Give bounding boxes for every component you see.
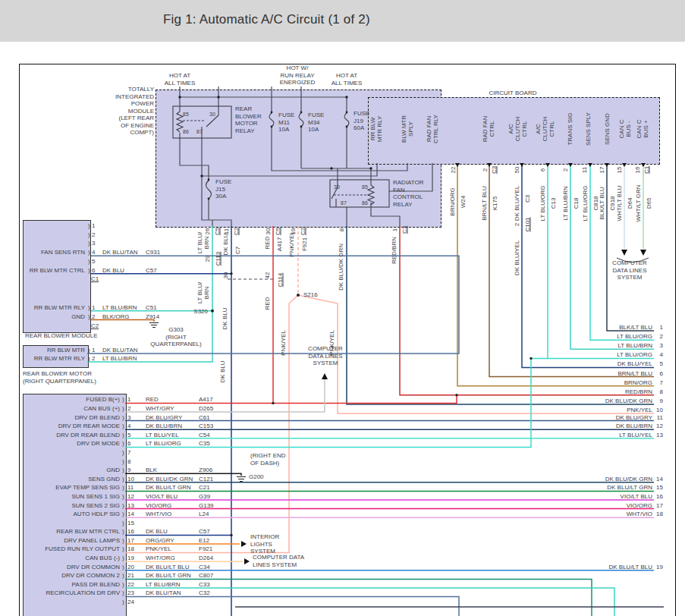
wire-annotation: BRN/ORG bbox=[449, 187, 456, 215]
circuit-code: E12 bbox=[199, 537, 209, 544]
diagram-label: COMPUTER DATA LINES SYSTEM bbox=[253, 554, 304, 568]
pin-function-label: PASS DR BLEND bbox=[23, 581, 120, 588]
diagram-label: HOT AT ALL TIMES bbox=[165, 72, 195, 86]
wire-annotation: 6 bbox=[539, 168, 546, 171]
wire-annotation: C3 bbox=[401, 226, 408, 234]
wire-blk-org-z914 bbox=[91, 320, 154, 322]
terminal-number: 6 bbox=[660, 370, 663, 377]
pin-bracket-icon bbox=[88, 313, 90, 320]
wire-color-label: BRN/ORG bbox=[531, 379, 652, 386]
terminal-number: 2 bbox=[660, 333, 663, 340]
circuit-code: C54 bbox=[199, 432, 210, 438]
pin-bracket-icon bbox=[122, 572, 124, 579]
diagram-label: FUSE M11 10A bbox=[278, 112, 294, 134]
pin-row: DRV DR MODE 6 LT BLU/ORG C35 bbox=[23, 438, 258, 448]
cb-pin-label: CAN C BUS - bbox=[618, 120, 632, 139]
terminal-number: 17 bbox=[656, 502, 663, 509]
pin-row: 1 bbox=[23, 220, 228, 229]
diagram-label: 30 bbox=[334, 184, 340, 191]
terminal-row: RED/BRN 8 bbox=[531, 386, 655, 395]
circuit-code: D265 bbox=[199, 405, 213, 412]
pin-function-label: SENS GND bbox=[23, 476, 120, 482]
wire-annotation: W24 bbox=[460, 196, 467, 208]
rear-blower-module-c1-rows: 1 2 3 FAN SENS RTN 4 DK BLU/TAN C931 bbox=[23, 220, 228, 274]
terminal-number: 13 bbox=[656, 432, 663, 438]
circuit-code: A417 bbox=[199, 396, 213, 403]
diagram-label: 30 bbox=[209, 111, 215, 118]
pin-function-label: CAN BUS (+) bbox=[23, 405, 120, 412]
wire-annotation: RED/BRN bbox=[391, 237, 397, 264]
pin-row: REAR BLW MTR CTRL 16 DK BLU C57 bbox=[23, 526, 258, 536]
cb-pin-label: SENS GND bbox=[604, 113, 611, 145]
pin-number: 10 bbox=[127, 476, 134, 482]
cb-pin-label: RR BLW MTR RLY bbox=[369, 116, 383, 143]
relay-actuator-dash bbox=[183, 121, 369, 195]
right-connector-rows-11-13: DK BLU/GRY 11 DK BLU/BRN 12 LT BLU/YEL 1… bbox=[531, 412, 655, 438]
pin-function-label: SUN SENS 1 SIG bbox=[23, 493, 120, 500]
pin-bracket-icon bbox=[88, 222, 90, 229]
terminal-row: DK BLU/GRY 11 bbox=[531, 412, 655, 421]
diagram-label: 86 bbox=[183, 128, 189, 136]
wire-color-label: BLK bbox=[146, 467, 157, 473]
wire-color-label: DK BLU/GRY bbox=[531, 414, 652, 421]
pin-row: AUTO HDLP SIG 14 WHT/VIO L24 bbox=[23, 509, 258, 518]
wire-annotation: C101 bbox=[524, 217, 531, 231]
terminal-number: 5 bbox=[660, 360, 663, 367]
pin-row: FUSED B(+) 1 RED A417 bbox=[23, 394, 258, 404]
wire-color-label: DK BLU/TAN bbox=[146, 589, 181, 596]
pin-bracket-icon bbox=[122, 405, 124, 412]
wire-color-label: VIO/ORG bbox=[146, 502, 171, 509]
pin-row: RR BLW MTR CTRL 6 DK BLU C57 bbox=[23, 265, 228, 274]
pin-function-label: DRV DR BLEND bbox=[23, 414, 120, 421]
wire-annotation: C13 bbox=[550, 198, 557, 209]
pin-row: EVAP TEMP SENS SIG 11 DK BLU/LT GRN C21 bbox=[23, 482, 258, 492]
terminal-row: LT BLU/ORG 2 bbox=[531, 331, 655, 340]
pin-function-label: DRV DR COMMON bbox=[23, 564, 120, 570]
wire-color-label: DK BLU/TAN bbox=[102, 347, 138, 354]
circuit-code: C35 bbox=[199, 440, 210, 447]
wire-color-label: RED bbox=[146, 396, 159, 403]
wire-color-label: LT BLU/BRN bbox=[531, 342, 652, 349]
diagram-label: RADIATOR FAN CONTROL RELAY bbox=[393, 179, 424, 208]
pin-bracket-icon bbox=[122, 476, 124, 482]
circuit-code: C57 bbox=[146, 267, 157, 274]
pin-row: DRV DR COMMON 2 21 DK BLU/LT GRN C807 bbox=[23, 570, 258, 580]
pin-bracket-icon bbox=[122, 449, 124, 456]
wire-annotation: LT BLU/ORG bbox=[582, 186, 589, 222]
pin-bracket-icon bbox=[122, 423, 124, 429]
pin-row: 7 bbox=[23, 447, 258, 456]
pin-bracket-icon bbox=[122, 414, 124, 421]
diagram-label: REAR BLOWER MOTOR (RIGHT QUARTERPANEL) bbox=[23, 370, 96, 385]
wire-annotation: 42 bbox=[264, 272, 271, 279]
circuit-code: C61 bbox=[199, 414, 210, 421]
diagram-label: 85 bbox=[362, 184, 368, 191]
pin-number: 21 bbox=[127, 572, 134, 579]
right-connector-rows-14-18: DK BLU/DK GRN 14 DK BLU/LT GRN 15 VIO/LT… bbox=[531, 473, 655, 517]
diagram-label: FUSE M34 10A bbox=[308, 112, 324, 134]
diagram-label: CIRCUIT BOARD bbox=[489, 90, 537, 97]
circuit-code: L24 bbox=[199, 511, 209, 517]
wire-annotation: PNK/YEL bbox=[288, 231, 295, 257]
pin-number: 12 bbox=[127, 493, 134, 500]
terminal-row: LT BLU/ORG 4 bbox=[531, 349, 655, 358]
pin-row: 8 bbox=[23, 456, 258, 465]
pin-number: 6 bbox=[127, 440, 130, 447]
pin-bracket-icon bbox=[122, 511, 124, 517]
circuit-code: C121 bbox=[199, 476, 213, 482]
pin-row: SENS GND 10 DK BLU/DK GRN C121 bbox=[23, 473, 258, 482]
wire-color-label: DK BLU/LT GRN bbox=[146, 484, 191, 491]
pin-number: 1 bbox=[127, 396, 130, 403]
diagram-label: C2 bbox=[91, 322, 99, 330]
pin-number: 9 bbox=[127, 467, 130, 473]
wire-color-label: DK BLU/DK GRN bbox=[531, 476, 652, 482]
terminal-row: DK BLU/LT BLU 19 bbox=[531, 561, 655, 570]
wire-annotation: 30 bbox=[265, 228, 272, 235]
relay-coil-icon bbox=[177, 112, 374, 205]
wire-color-label: WHT/VIO bbox=[146, 511, 171, 517]
terminal-row: DK BLU/DK GRN 9 bbox=[531, 395, 655, 404]
wire-annotation: RED bbox=[264, 237, 271, 250]
wire-color-label: BLK/ORG bbox=[102, 313, 130, 320]
terminal-number: 19 bbox=[656, 564, 663, 570]
pin-function-label: FUSED RUN RLY OUTPUT bbox=[23, 545, 120, 552]
cb-pin-label: RAD FAN CTRL bbox=[482, 116, 495, 143]
